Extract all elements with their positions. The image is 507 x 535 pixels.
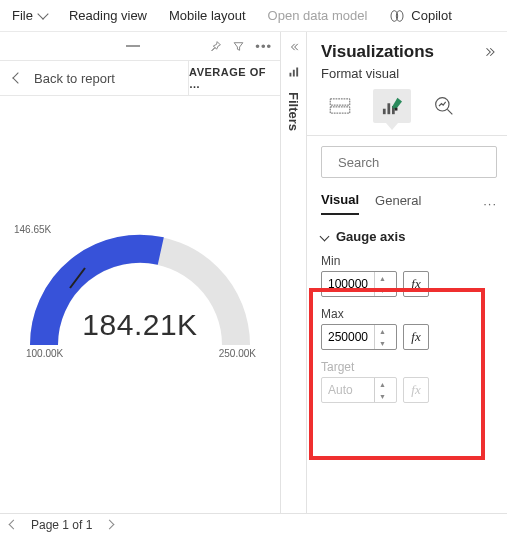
menu-open-data-model: Open data model — [268, 8, 368, 23]
svg-rect-11 — [395, 108, 398, 111]
copilot-icon — [389, 8, 405, 24]
min-fx-button[interactable]: fx — [403, 271, 429, 297]
spin-up-icon: ▲ — [375, 378, 390, 390]
svg-rect-7 — [330, 107, 350, 113]
min-input[interactable] — [322, 277, 374, 291]
menu-copilot-label: Copilot — [411, 8, 451, 23]
spin-down-icon[interactable]: ▼ — [375, 284, 390, 296]
bar-chart-icon — [288, 66, 300, 78]
target-input-box: ▲▼ — [321, 377, 397, 403]
chevron-down-icon — [37, 8, 48, 19]
filters-label: Filters — [286, 92, 301, 131]
field-target-label: Target — [321, 360, 497, 374]
grid-icon — [329, 98, 351, 114]
spin-down-icon: ▼ — [375, 390, 390, 402]
prev-page-icon[interactable] — [9, 520, 19, 530]
subtab-more-icon[interactable]: ··· — [483, 196, 497, 211]
back-label: Back to report — [34, 71, 115, 86]
chevron-down-icon — [320, 232, 330, 242]
subtab-general[interactable]: General — [375, 193, 421, 214]
gauge-visual[interactable]: 146.65K 184.21K 100.00K 250.00K — [8, 232, 272, 352]
section-title: Gauge axis — [336, 229, 405, 244]
magnifier-chart-icon — [434, 96, 454, 116]
svg-rect-8 — [383, 109, 386, 114]
filter-icon[interactable] — [232, 40, 245, 53]
format-paint-icon — [381, 96, 403, 116]
svg-rect-9 — [387, 103, 390, 114]
collapse-left-icon[interactable] — [289, 42, 299, 52]
drag-handle-icon[interactable] — [126, 45, 140, 47]
more-icon[interactable]: ••• — [255, 39, 272, 54]
field-target: Target ▲▼ fx — [321, 360, 497, 403]
search-input[interactable] — [338, 155, 506, 170]
svg-rect-3 — [289, 73, 291, 77]
max-fx-button[interactable]: fx — [403, 324, 429, 350]
pin-icon[interactable] — [209, 40, 222, 53]
spin-down-icon[interactable]: ▼ — [375, 337, 390, 349]
svg-rect-4 — [292, 70, 294, 77]
gauge-min-label: 100.00K — [26, 348, 63, 359]
max-input-box[interactable]: ▲▼ — [321, 324, 397, 350]
menu-mobile-layout[interactable]: Mobile layout — [169, 8, 246, 23]
field-min: Min ▲▼ fx — [321, 254, 497, 297]
tab-analytics[interactable] — [425, 89, 463, 123]
expand-right-icon[interactable] — [485, 46, 497, 58]
spin-up-icon[interactable]: ▲ — [375, 272, 390, 284]
svg-rect-6 — [330, 99, 350, 105]
spin-up-icon[interactable]: ▲ — [375, 325, 390, 337]
subtab-visual[interactable]: Visual — [321, 192, 359, 215]
field-min-label: Min — [321, 254, 497, 268]
page-indicator: Page 1 of 1 — [31, 518, 92, 532]
menu-copilot[interactable]: Copilot — [389, 8, 451, 24]
gauge-max-label: 250.00K — [219, 348, 256, 359]
visual-title: AVERAGE OF … — [188, 61, 280, 95]
menu-file[interactable]: File — [12, 8, 47, 23]
field-max: Max ▲▼ fx — [321, 307, 497, 350]
target-fx-button: fx — [403, 377, 429, 403]
section-header-gauge-axis[interactable]: Gauge axis — [321, 229, 497, 244]
chevron-left-icon — [12, 72, 23, 83]
next-page-icon[interactable] — [105, 520, 115, 530]
menu-reading-view[interactable]: Reading view — [69, 8, 147, 23]
visualizations-pane: Visualizations Format visual Visual Gene… — [307, 32, 507, 513]
top-menu: File Reading view Mobile layout Open dat… — [0, 0, 507, 32]
filters-rail[interactable]: Filters — [281, 32, 307, 513]
svg-rect-5 — [296, 68, 298, 77]
report-canvas: ••• Back to report AVERAGE OF … 146.65K — [0, 32, 281, 513]
format-subtabs: Visual General ··· — [321, 192, 497, 215]
target-input — [322, 383, 374, 397]
gauge-value: 184.21K — [30, 308, 250, 342]
page-footer: Page 1 of 1 — [0, 513, 507, 535]
pane-title: Visualizations — [321, 42, 434, 62]
back-to-report-button[interactable]: Back to report — [0, 61, 188, 95]
visual-header: ••• — [0, 32, 280, 60]
max-input[interactable] — [322, 330, 374, 344]
section-gauge-axis: Gauge axis Min ▲▼ fx Max ▲▼ — [321, 229, 497, 403]
min-input-box[interactable]: ▲▼ — [321, 271, 397, 297]
search-box[interactable] — [321, 146, 497, 178]
pane-subtitle: Format visual — [321, 66, 497, 81]
format-mode-tabs — [321, 89, 497, 123]
field-max-label: Max — [321, 307, 497, 321]
menu-file-label: File — [12, 8, 33, 23]
tab-build-visual[interactable] — [321, 89, 359, 123]
tab-format-visual[interactable] — [373, 89, 411, 123]
